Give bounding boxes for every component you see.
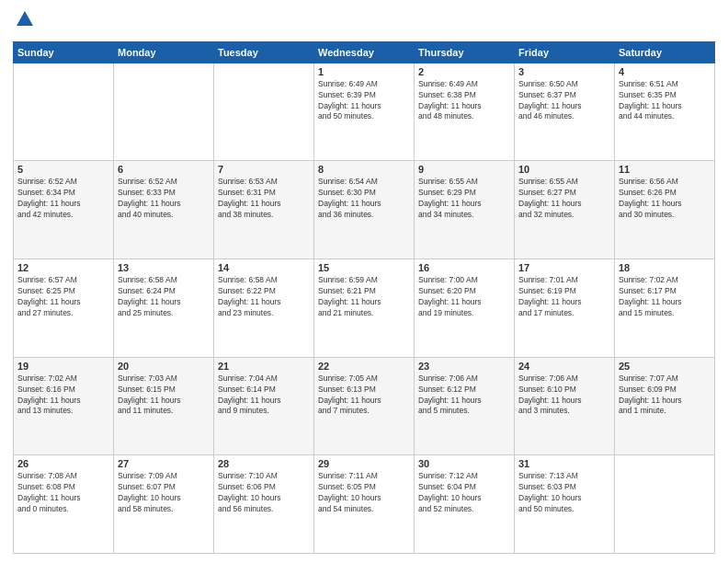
calendar-week-row: 12Sunrise: 6:57 AM Sunset: 6:25 PM Dayli… bbox=[14, 259, 715, 358]
calendar-cell: 3Sunrise: 6:50 AM Sunset: 6:37 PM Daylig… bbox=[515, 63, 615, 161]
calendar-cell: 7Sunrise: 6:53 AM Sunset: 6:31 PM Daylig… bbox=[214, 161, 314, 259]
day-number: 23 bbox=[418, 361, 510, 372]
day-info: Sunrise: 7:04 AM Sunset: 6:14 PM Dayligh… bbox=[218, 373, 310, 418]
day-info: Sunrise: 6:58 AM Sunset: 6:24 PM Dayligh… bbox=[118, 275, 210, 319]
day-info: Sunrise: 6:52 AM Sunset: 6:33 PM Dayligh… bbox=[118, 177, 210, 221]
calendar-cell: 27Sunrise: 7:09 AM Sunset: 6:07 PM Dayli… bbox=[114, 455, 214, 554]
day-info: Sunrise: 7:08 AM Sunset: 6:08 PM Dayligh… bbox=[17, 471, 109, 515]
calendar-cell: 25Sunrise: 7:07 AM Sunset: 6:09 PM Dayli… bbox=[615, 357, 715, 455]
day-number: 1 bbox=[318, 66, 410, 77]
day-number: 3 bbox=[518, 66, 610, 77]
day-number: 26 bbox=[17, 458, 109, 469]
day-number: 25 bbox=[619, 361, 711, 372]
day-number: 16 bbox=[418, 262, 510, 273]
day-number: 15 bbox=[318, 262, 410, 273]
calendar-cell: 9Sunrise: 6:55 AM Sunset: 6:29 PM Daylig… bbox=[415, 161, 515, 259]
day-info: Sunrise: 7:02 AM Sunset: 6:16 PM Dayligh… bbox=[17, 373, 109, 418]
day-info: Sunrise: 7:10 AM Sunset: 6:06 PM Dayligh… bbox=[218, 471, 310, 515]
weekday-header: Monday bbox=[114, 41, 214, 63]
day-number: 10 bbox=[518, 164, 610, 175]
calendar-cell: 8Sunrise: 6:54 AM Sunset: 6:30 PM Daylig… bbox=[314, 161, 415, 259]
day-info: Sunrise: 6:58 AM Sunset: 6:22 PM Dayligh… bbox=[218, 275, 310, 319]
day-number: 30 bbox=[418, 458, 510, 469]
calendar-cell: 14Sunrise: 6:58 AM Sunset: 6:22 PM Dayli… bbox=[214, 259, 314, 358]
calendar-cell: 1Sunrise: 6:49 AM Sunset: 6:39 PM Daylig… bbox=[314, 63, 415, 161]
day-number: 20 bbox=[118, 361, 210, 372]
calendar-cell: 29Sunrise: 7:11 AM Sunset: 6:05 PM Dayli… bbox=[314, 455, 415, 554]
day-info: Sunrise: 6:56 AM Sunset: 6:26 PM Dayligh… bbox=[619, 177, 711, 221]
day-info: Sunrise: 7:07 AM Sunset: 6:09 PM Dayligh… bbox=[619, 373, 711, 418]
calendar-week-row: 1Sunrise: 6:49 AM Sunset: 6:39 PM Daylig… bbox=[14, 63, 715, 161]
day-info: Sunrise: 6:55 AM Sunset: 6:27 PM Dayligh… bbox=[518, 177, 610, 221]
day-number: 5 bbox=[17, 164, 109, 175]
calendar-cell: 2Sunrise: 6:49 AM Sunset: 6:38 PM Daylig… bbox=[415, 63, 515, 161]
calendar-cell: 21Sunrise: 7:04 AM Sunset: 6:14 PM Dayli… bbox=[214, 357, 314, 455]
calendar-cell: 26Sunrise: 7:08 AM Sunset: 6:08 PM Dayli… bbox=[14, 455, 114, 554]
calendar-cell: 6Sunrise: 6:52 AM Sunset: 6:33 PM Daylig… bbox=[114, 161, 214, 259]
calendar-cell: 16Sunrise: 7:00 AM Sunset: 6:20 PM Dayli… bbox=[415, 259, 515, 358]
day-number: 13 bbox=[118, 262, 210, 273]
day-info: Sunrise: 7:06 AM Sunset: 6:12 PM Dayligh… bbox=[418, 373, 510, 418]
day-info: Sunrise: 6:49 AM Sunset: 6:38 PM Dayligh… bbox=[418, 79, 510, 123]
day-info: Sunrise: 7:05 AM Sunset: 6:13 PM Dayligh… bbox=[318, 373, 410, 418]
header bbox=[13, 9, 715, 34]
day-number: 2 bbox=[418, 66, 510, 77]
day-number: 24 bbox=[518, 361, 610, 372]
day-number: 28 bbox=[218, 458, 310, 469]
logo-icon bbox=[15, 9, 35, 29]
weekday-header: Sunday bbox=[14, 41, 114, 63]
day-info: Sunrise: 6:54 AM Sunset: 6:30 PM Dayligh… bbox=[318, 177, 410, 221]
weekday-header: Friday bbox=[515, 41, 615, 63]
day-info: Sunrise: 6:49 AM Sunset: 6:39 PM Dayligh… bbox=[318, 79, 410, 123]
calendar-cell: 20Sunrise: 7:03 AM Sunset: 6:15 PM Dayli… bbox=[114, 357, 214, 455]
day-number: 21 bbox=[218, 361, 310, 372]
day-info: Sunrise: 7:12 AM Sunset: 6:04 PM Dayligh… bbox=[418, 471, 510, 515]
day-info: Sunrise: 7:02 AM Sunset: 6:17 PM Dayligh… bbox=[619, 275, 711, 319]
weekday-header: Thursday bbox=[415, 41, 515, 63]
day-number: 6 bbox=[118, 164, 210, 175]
day-number: 7 bbox=[218, 164, 310, 175]
calendar-cell: 22Sunrise: 7:05 AM Sunset: 6:13 PM Dayli… bbox=[314, 357, 415, 455]
day-info: Sunrise: 6:50 AM Sunset: 6:37 PM Dayligh… bbox=[518, 79, 610, 123]
day-number: 9 bbox=[418, 164, 510, 175]
calendar-cell: 19Sunrise: 7:02 AM Sunset: 6:16 PM Dayli… bbox=[14, 357, 114, 455]
day-number: 31 bbox=[518, 458, 610, 469]
day-number: 17 bbox=[518, 262, 610, 273]
calendar-week-row: 19Sunrise: 7:02 AM Sunset: 6:16 PM Dayli… bbox=[14, 357, 715, 455]
calendar-cell: 4Sunrise: 6:51 AM Sunset: 6:35 PM Daylig… bbox=[615, 63, 715, 161]
calendar-cell: 30Sunrise: 7:12 AM Sunset: 6:04 PM Dayli… bbox=[415, 455, 515, 554]
calendar-cell bbox=[214, 63, 314, 161]
weekday-header: Saturday bbox=[615, 41, 715, 63]
calendar-cell: 18Sunrise: 7:02 AM Sunset: 6:17 PM Dayli… bbox=[615, 259, 715, 358]
calendar-cell: 23Sunrise: 7:06 AM Sunset: 6:12 PM Dayli… bbox=[415, 357, 515, 455]
calendar-cell bbox=[14, 63, 114, 161]
day-info: Sunrise: 6:51 AM Sunset: 6:35 PM Dayligh… bbox=[619, 79, 711, 123]
svg-marker-0 bbox=[17, 11, 33, 26]
calendar-week-row: 5Sunrise: 6:52 AM Sunset: 6:34 PM Daylig… bbox=[14, 161, 715, 259]
day-info: Sunrise: 6:55 AM Sunset: 6:29 PM Dayligh… bbox=[418, 177, 510, 221]
day-info: Sunrise: 7:03 AM Sunset: 6:15 PM Dayligh… bbox=[118, 373, 210, 418]
day-info: Sunrise: 7:06 AM Sunset: 6:10 PM Dayligh… bbox=[518, 373, 610, 418]
day-info: Sunrise: 7:09 AM Sunset: 6:07 PM Dayligh… bbox=[118, 471, 210, 515]
calendar-cell: 5Sunrise: 6:52 AM Sunset: 6:34 PM Daylig… bbox=[14, 161, 114, 259]
logo bbox=[13, 9, 35, 34]
day-number: 18 bbox=[619, 262, 711, 273]
calendar-cell: 15Sunrise: 6:59 AM Sunset: 6:21 PM Dayli… bbox=[314, 259, 415, 358]
calendar-cell: 11Sunrise: 6:56 AM Sunset: 6:26 PM Dayli… bbox=[615, 161, 715, 259]
calendar-cell: 31Sunrise: 7:13 AM Sunset: 6:03 PM Dayli… bbox=[515, 455, 615, 554]
day-info: Sunrise: 7:00 AM Sunset: 6:20 PM Dayligh… bbox=[418, 275, 510, 319]
day-info: Sunrise: 6:53 AM Sunset: 6:31 PM Dayligh… bbox=[218, 177, 310, 221]
calendar-cell: 12Sunrise: 6:57 AM Sunset: 6:25 PM Dayli… bbox=[14, 259, 114, 358]
weekday-header: Wednesday bbox=[314, 41, 415, 63]
calendar-cell: 24Sunrise: 7:06 AM Sunset: 6:10 PM Dayli… bbox=[515, 357, 615, 455]
day-info: Sunrise: 6:57 AM Sunset: 6:25 PM Dayligh… bbox=[17, 275, 109, 319]
day-number: 27 bbox=[118, 458, 210, 469]
calendar-header-row: SundayMondayTuesdayWednesdayThursdayFrid… bbox=[14, 41, 715, 63]
day-info: Sunrise: 7:01 AM Sunset: 6:19 PM Dayligh… bbox=[518, 275, 610, 319]
calendar-cell: 17Sunrise: 7:01 AM Sunset: 6:19 PM Dayli… bbox=[515, 259, 615, 358]
day-number: 11 bbox=[619, 164, 711, 175]
weekday-header: Tuesday bbox=[214, 41, 314, 63]
day-info: Sunrise: 6:59 AM Sunset: 6:21 PM Dayligh… bbox=[318, 275, 410, 319]
day-number: 14 bbox=[218, 262, 310, 273]
day-number: 4 bbox=[619, 66, 711, 77]
